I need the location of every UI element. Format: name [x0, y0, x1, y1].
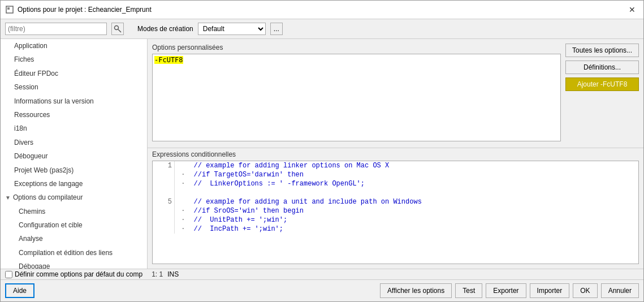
checkbox-wrap: Définir comme options par défaut du comp — [5, 270, 142, 278]
sidebar-item-debogage[interactable]: Débogage — [1, 260, 147, 269]
code-line: // example for adding a unit and include… — [192, 197, 638, 206]
main-content: Application Fiches Éditeur FPDoc Session… — [1, 39, 643, 269]
filter-button[interactable] — [111, 23, 124, 35]
definitions-button[interactable]: Définitions... — [565, 61, 639, 74]
default-options-checkbox[interactable] — [5, 271, 12, 278]
code-line: // LinkerOptions := ' -framework OpenGL'… — [192, 179, 638, 188]
line-dot: · — [174, 170, 191, 179]
sidebar-item-config-cible[interactable]: Configuration et cible — [1, 218, 147, 232]
title-bar: Options pour le projet : Echeancier_Empr… — [1, 1, 643, 19]
line-dot: · — [174, 206, 191, 215]
annuler-button[interactable]: Annuler — [601, 283, 639, 298]
insert-mode: INS — [167, 270, 179, 278]
sidebar-item-i18n[interactable]: i18n — [1, 122, 147, 135]
modes-select[interactable]: Default — [198, 23, 266, 35]
sidebar-item-analyse[interactable]: Analyse — [1, 232, 147, 245]
svg-line-3 — [118, 29, 121, 32]
expr-label: Expressions conditionnelles — [152, 150, 639, 158]
options-buttons: Toutes les options... Définitions... Ajo… — [565, 44, 639, 91]
code-line: //if TargetOS='darwin' then — [192, 170, 638, 179]
status-bar: Définir comme options par défaut du comp… — [1, 269, 643, 279]
sidebar-item-exceptions[interactable]: Exceptions de langage — [1, 177, 147, 191]
ajouter-button[interactable]: Ajouter -FcUTF8 — [565, 77, 639, 91]
table-row: · // UnitPath += ';win'; — [153, 215, 638, 225]
window-icon — [5, 5, 14, 14]
expr-section: Expressions conditionnelles 1 // example… — [148, 148, 643, 269]
options-section-label: Options personnalisées — [152, 44, 561, 51]
sidebar-item-application[interactable]: Application — [1, 39, 147, 53]
footer-left: Aide — [5, 283, 34, 298]
sidebar-item-compilation[interactable]: Compilation et édition des liens — [1, 246, 147, 260]
table-row: 5 // example for adding a unit and inclu… — [153, 197, 638, 206]
sidebar-item-fiches[interactable]: Fiches — [1, 53, 147, 66]
line-number — [153, 206, 174, 215]
table-row: · // LinkerOptions := ' -framework OpenG… — [153, 179, 638, 188]
sidebar-item-ressources[interactable]: Ressources — [1, 108, 147, 122]
filter-icon — [114, 25, 122, 33]
code-line — [192, 188, 638, 197]
sidebar-item-editeur[interactable]: Éditeur FPDoc — [1, 67, 147, 80]
toolbar: Modes de création Default ... — [1, 19, 643, 39]
code-table: 1 // example for adding linker options o… — [153, 161, 638, 234]
table-row: 1 // example for adding linker options o… — [153, 161, 638, 170]
sidebar-item-session[interactable]: Session — [1, 80, 147, 94]
sidebar-item-debogueur[interactable]: Débogueur — [1, 149, 147, 163]
table-row — [153, 188, 638, 197]
sidebar-item-divers[interactable]: Divers — [1, 136, 147, 149]
line-number: 1 — [153, 161, 174, 170]
right-panel: Options personnalisées <span class="opti… — [148, 39, 643, 269]
code-editor[interactable]: 1 // example for adding linker options o… — [152, 161, 639, 264]
table-row: · // IncPath += ';win'; — [153, 225, 638, 234]
title-bar-left: Options pour le projet : Echeancier_Empr… — [5, 5, 152, 14]
line-number — [153, 179, 174, 188]
code-line: //if SroOS='win' then begin — [192, 206, 638, 215]
close-button[interactable]: ✕ — [625, 4, 639, 15]
sidebar-item-infos-version[interactable]: Informations sur la version — [1, 94, 147, 108]
main-window: Options pour le projet : Echeancier_Empr… — [0, 0, 644, 302]
sidebar-item-options-compilateur[interactable]: ▼Options du compilateur — [1, 191, 147, 204]
code-line: // IncPath += ';win'; — [192, 225, 638, 234]
exporter-button[interactable]: Exporter — [486, 283, 526, 298]
line-dot: · — [174, 215, 191, 225]
filter-input[interactable] — [5, 23, 107, 35]
afficher-options-button[interactable]: Afficher les options — [380, 283, 452, 298]
line-dot — [174, 188, 191, 197]
cursor-position: 1: 1 — [152, 270, 163, 278]
line-dot — [174, 161, 191, 170]
modes-dots-button[interactable]: ... — [270, 23, 283, 35]
importer-button[interactable]: Importer — [530, 283, 570, 298]
line-number — [153, 170, 174, 179]
svg-rect-1 — [7, 7, 10, 10]
window-title: Options pour le projet : Echeancier_Empr… — [18, 6, 152, 14]
line-number — [153, 215, 174, 225]
test-button[interactable]: Test — [455, 283, 482, 298]
footer: Aide Afficher les options Test Exporter … — [1, 279, 643, 301]
line-number — [153, 188, 174, 197]
footer-right: Afficher les options Test Exporter Impor… — [380, 283, 639, 298]
code-line: // example for adding linker options on … — [192, 161, 638, 170]
modes-label: Modes de création — [137, 25, 193, 33]
line-number — [153, 225, 174, 234]
options-textarea[interactable]: <span class="options-highlighted">-FcUTF… — [152, 54, 561, 141]
line-dot: · — [174, 225, 191, 234]
svg-point-2 — [115, 26, 119, 30]
aide-button[interactable]: Aide — [5, 283, 34, 298]
sidebar-item-projet-web[interactable]: Projet Web (pas2js) — [1, 163, 147, 177]
table-row: · //if TargetOS='darwin' then — [153, 170, 638, 179]
options-textarea-wrap: Options personnalisées <span class="opti… — [152, 44, 561, 143]
sidebar: Application Fiches Éditeur FPDoc Session… — [1, 39, 148, 269]
line-number: 5 — [153, 197, 174, 206]
checkbox-label: Définir comme options par défaut du comp — [15, 270, 142, 278]
table-row: · //if SroOS='win' then begin — [153, 206, 638, 215]
options-section: Options personnalisées <span class="opti… — [148, 39, 643, 148]
code-line: // UnitPath += ';win'; — [192, 215, 638, 225]
line-dot — [174, 197, 191, 206]
line-dot: · — [174, 179, 191, 188]
sidebar-item-chemins[interactable]: Chemins — [1, 205, 147, 218]
all-options-button[interactable]: Toutes les options... — [565, 44, 639, 57]
ok-button[interactable]: OK — [573, 283, 597, 298]
